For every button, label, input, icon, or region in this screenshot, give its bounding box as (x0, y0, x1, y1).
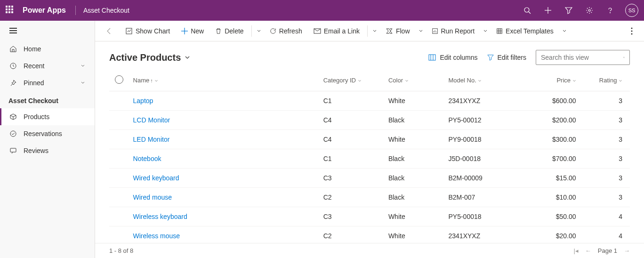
cell-color: White (385, 207, 445, 226)
svg-point-0 (524, 8, 529, 12)
cmd-label: Delete (225, 27, 243, 35)
sidebar-section: Asset Checkout (0, 91, 95, 108)
excel-dropdown[interactable] (560, 26, 569, 36)
prev-page-button[interactable]: ← (585, 247, 591, 254)
svg-point-5 (610, 13, 611, 13)
col-model[interactable]: Model No. (445, 70, 530, 91)
col-color[interactable]: Color (385, 70, 445, 91)
row-select[interactable] (109, 111, 129, 130)
chevron-down-icon (185, 55, 190, 60)
filter-icon[interactable] (563, 5, 574, 16)
edit-filters-button[interactable]: Edit filters (487, 54, 526, 61)
cell-model: PY5-00012 (445, 111, 530, 130)
email-dropdown[interactable] (370, 26, 379, 36)
cell-rating: 3 (580, 91, 630, 111)
user-avatar[interactable]: SS (625, 4, 638, 17)
cell-name: Notebook (129, 149, 320, 169)
product-link[interactable]: Wired keyboard (133, 174, 179, 182)
report-dropdown[interactable] (481, 26, 490, 36)
cmd-label: Show Chart (136, 27, 170, 35)
next-page-button[interactable]: → (624, 247, 630, 254)
nav-label: Products (24, 113, 49, 121)
sort-asc-icon: ↑ (150, 78, 153, 83)
col-category[interactable]: Category ID (320, 70, 385, 91)
cmd-label: Refresh (279, 27, 302, 35)
svg-point-17 (631, 33, 633, 34)
run-report-button[interactable]: Run Report (427, 24, 480, 38)
nav-pinned[interactable]: Pinned (0, 74, 95, 91)
svg-point-7 (10, 131, 16, 137)
box-icon (9, 113, 17, 121)
product-link[interactable]: Wireless mouse (133, 232, 180, 240)
cell-name: Wired mouse (129, 188, 320, 207)
row-select[interactable] (109, 207, 129, 226)
product-link[interactable]: Wireless keyboard (133, 213, 187, 220)
settings-icon[interactable] (584, 5, 595, 16)
back-button[interactable] (102, 24, 117, 38)
search-icon[interactable] (522, 5, 533, 16)
email-link-button[interactable]: Email a Link (309, 24, 364, 38)
cmd-label: New (191, 27, 204, 35)
chevron-down-icon (572, 79, 576, 83)
cell-color: White (385, 130, 445, 149)
new-button[interactable]: New (177, 24, 209, 38)
cell-model: J5D-00018 (445, 149, 530, 169)
row-select[interactable] (109, 169, 129, 188)
table-row[interactable]: Wired mouse C2 Black B2M-007 $10.00 3 (109, 188, 630, 207)
product-link[interactable]: Notebook (133, 155, 161, 162)
refresh-button[interactable]: Refresh (265, 24, 307, 38)
excel-templates-button[interactable]: Excel Templates (491, 24, 558, 38)
table-row[interactable]: Wireless keyboard C3 White PY5-00018 $50… (109, 207, 630, 226)
delete-button[interactable]: Delete (210, 24, 248, 38)
table-row[interactable]: LCD Monitor C4 Black PY5-00012 $200.00 3 (109, 111, 630, 130)
cell-price: $50.00 (530, 207, 580, 226)
col-name[interactable]: Name↑ (129, 70, 320, 91)
hamburger-icon[interactable] (0, 21, 95, 40)
svg-point-15 (631, 27, 633, 29)
col-rating[interactable]: Rating (580, 70, 630, 91)
product-link[interactable]: Laptop (133, 97, 153, 105)
chevron-down-icon (358, 79, 362, 83)
nav-recent[interactable]: Recent (0, 57, 95, 74)
cell-rating: 4 (580, 226, 630, 243)
product-link[interactable]: Wired mouse (133, 194, 172, 201)
row-select[interactable] (109, 226, 129, 243)
select-all-header[interactable] (109, 70, 129, 91)
nav-home[interactable]: Home (0, 40, 95, 57)
svg-rect-14 (497, 28, 502, 33)
add-icon[interactable] (542, 5, 554, 16)
product-link[interactable]: LED Monitor (133, 136, 170, 143)
app-name: Power Apps (23, 6, 66, 15)
table-row[interactable]: LED Monitor C4 White PY9-00018 $300.00 3 (109, 130, 630, 149)
col-price[interactable]: Price (530, 70, 580, 91)
flow-dropdown[interactable] (417, 26, 425, 36)
row-select[interactable] (109, 91, 129, 111)
nav-label: Reviews (24, 147, 48, 154)
nav-reservations[interactable]: Reservations (0, 125, 95, 142)
app-launcher-icon[interactable] (6, 6, 15, 15)
svg-line-1 (529, 12, 531, 14)
table-row[interactable]: Wired keyboard C3 Black B2M-00009 $15.00… (109, 169, 630, 188)
product-link[interactable]: LCD Monitor (133, 116, 170, 124)
view-selector[interactable]: Active Products (109, 52, 190, 63)
cell-category: C1 (320, 149, 385, 169)
row-select[interactable] (109, 188, 129, 207)
table-row[interactable]: Notebook C1 Black J5D-00018 $700.00 3 (109, 149, 630, 169)
clock-icon (9, 62, 17, 70)
flow-button[interactable]: Flow (381, 24, 415, 38)
help-icon[interactable] (604, 5, 616, 16)
nav-reviews[interactable]: Reviews (0, 142, 95, 159)
search-input-container[interactable] (536, 50, 630, 65)
search-input[interactable] (541, 54, 623, 61)
more-commands-button[interactable] (626, 24, 637, 38)
table-row[interactable]: Laptop C1 White 2341XYXZ $600.00 3 (109, 91, 630, 111)
label: Edit columns (440, 54, 477, 61)
row-select[interactable] (109, 149, 129, 169)
row-select[interactable] (109, 130, 129, 149)
delete-dropdown[interactable] (255, 26, 263, 36)
first-page-button[interactable]: |◂ (573, 247, 578, 254)
nav-products[interactable]: Products (0, 108, 95, 125)
edit-columns-button[interactable]: Edit columns (428, 54, 477, 61)
table-row[interactable]: Wireless mouse C2 White 2341XYXZ $20.00 … (109, 226, 630, 243)
show-chart-button[interactable]: Show Chart (121, 24, 175, 38)
